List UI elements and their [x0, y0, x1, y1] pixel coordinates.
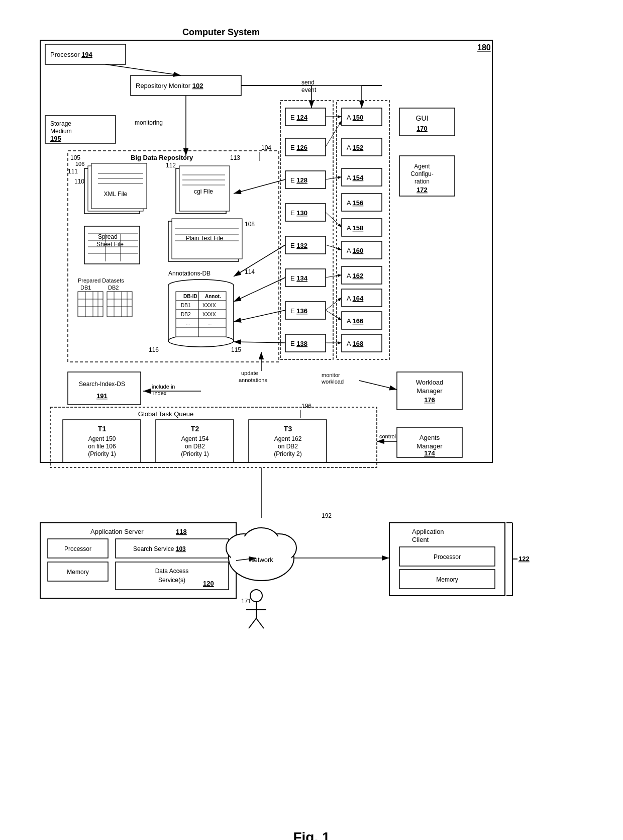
agents-manager-label2: Manager — [417, 442, 443, 450]
e130-label: E 130 — [290, 209, 307, 217]
agent-config-num: 172 — [417, 186, 428, 194]
t1-desc-line1: Agent 150 — [88, 435, 116, 442]
num-106: 106 — [75, 161, 84, 167]
global-task-queue-label: Global Task Queue — [138, 410, 193, 418]
cgi-file-label: cgi File — [194, 188, 213, 195]
a152-label: A 152 — [347, 144, 363, 151]
dots1: ... — [186, 321, 190, 326]
workload-manager-label2: Manager — [417, 387, 443, 395]
e126-label: E 126 — [290, 144, 307, 151]
processor-ac-label: Processor — [434, 553, 461, 561]
control-label: control — [379, 433, 396, 439]
db2-val: DB2 — [181, 312, 191, 317]
num-116: 116 — [149, 346, 159, 353]
svg-line-85 — [326, 121, 342, 147]
prepared-datasets-label: Prepared Datasets — [78, 277, 124, 284]
app-server-num: 118 — [176, 528, 187, 535]
update-annotations-label: update — [241, 370, 258, 376]
num-108: 108 — [245, 221, 255, 228]
e128-label: E 128 — [290, 176, 307, 184]
a160-label: A 160 — [347, 247, 363, 254]
storage-medium-label2: Medium — [50, 128, 72, 135]
svg-line-79 — [234, 179, 285, 194]
a166-label: A 166 — [347, 317, 363, 325]
e132-label: E 132 — [290, 242, 307, 249]
svg-line-90 — [326, 298, 342, 310]
t1-desc-line3: (Priority 1) — [88, 450, 116, 457]
big-data-repo-label: Big Data Repository — [131, 154, 193, 161]
agent-config-label2: Configu- — [410, 170, 433, 177]
svg-line-3 — [106, 64, 181, 75]
e136-label: E 136 — [290, 307, 307, 315]
svg-rect-31 — [78, 292, 103, 317]
gui-num: 170 — [417, 125, 428, 132]
a158-label: A 158 — [347, 224, 363, 232]
e124-label: E 124 — [290, 114, 308, 121]
annotations-db-label: Annotations-DB — [168, 270, 211, 277]
t3-label: T3 — [284, 425, 292, 433]
svg-line-83 — [234, 342, 285, 343]
svg-rect-10 — [91, 163, 147, 209]
fig-label: Fig. 1 — [10, 829, 613, 840]
svg-point-121 — [246, 530, 276, 550]
a154-label: A 154 — [347, 174, 364, 181]
svg-line-101 — [359, 381, 397, 390]
computer-system-label: Computer System — [182, 27, 260, 37]
svg-rect-37 — [107, 292, 132, 317]
t1-label: T1 — [98, 425, 107, 433]
svg-line-86 — [326, 177, 342, 179]
network-cloud: Network — [226, 528, 296, 581]
search-index-label: Search-Index-DS — [79, 381, 125, 388]
storage-medium-label: Storage — [50, 120, 71, 127]
num-122: 122 — [518, 555, 530, 563]
a156-label: A 156 — [347, 199, 363, 207]
a162-label: A 162 — [347, 272, 363, 279]
app-client-label2: Client — [412, 536, 429, 543]
processor-label: Processor 194 — [50, 51, 93, 58]
data-access-label: Data Access — [155, 568, 189, 575]
num-115: 115 — [231, 346, 241, 353]
svg-line-87 — [326, 212, 342, 227]
t2-label: T2 — [191, 425, 199, 433]
monitor-workload-label: monitor — [322, 372, 340, 378]
agent-config-label: Agent — [414, 163, 430, 170]
update-annotations-label2: annotations — [239, 377, 267, 383]
memory-ac-label: Memory — [436, 576, 458, 583]
system-number: 180 — [477, 43, 491, 52]
num-171: 171 — [241, 598, 251, 605]
t1-desc-line2: on file 106 — [88, 443, 116, 450]
repo-monitor-label: Repository Monitor 102 — [136, 82, 203, 89]
workload-manager-num: 176 — [424, 396, 435, 404]
network-label: Network — [249, 556, 273, 564]
app-server-label: Application Server — [90, 528, 144, 535]
num-114: 114 — [245, 268, 255, 275]
svg-line-91 — [326, 310, 342, 320]
num-105: 105 — [70, 154, 80, 161]
db1-label: DB1 — [80, 285, 91, 291]
num-112: 112 — [166, 162, 176, 169]
svg-rect-98 — [68, 372, 141, 405]
t3-desc-line3: (Priority 2) — [274, 450, 301, 457]
a168-label: A 168 — [347, 340, 363, 347]
t2-desc-line2: on DB2 — [185, 443, 205, 450]
search-index-num: 191 — [96, 392, 108, 400]
num-192: 192 — [322, 512, 332, 519]
app-client-label: Application — [412, 528, 444, 535]
memory-as-label: Memory — [67, 569, 88, 576]
agent-config-label3: ration — [414, 178, 430, 185]
num-110: 110 — [74, 178, 84, 185]
t2-desc-line3: (Priority 1) — [181, 450, 209, 457]
svg-line-88 — [326, 245, 342, 250]
svg-line-82 — [234, 310, 285, 322]
db2-label: DB2 — [108, 285, 119, 291]
e134-label: E 134 — [290, 274, 308, 282]
annot-label: Annot. — [205, 294, 221, 299]
monitoring-label: monitoring — [135, 119, 163, 126]
num-113: 113 — [230, 154, 240, 161]
send-event-label: send — [301, 79, 315, 86]
storage-num: 195 — [50, 135, 61, 142]
t2-desc-line1: Agent 154 — [181, 435, 209, 442]
num-196: 196 — [301, 403, 312, 410]
spread-sheet-label: Spread — [98, 233, 118, 240]
svg-line-81 — [234, 277, 285, 302]
